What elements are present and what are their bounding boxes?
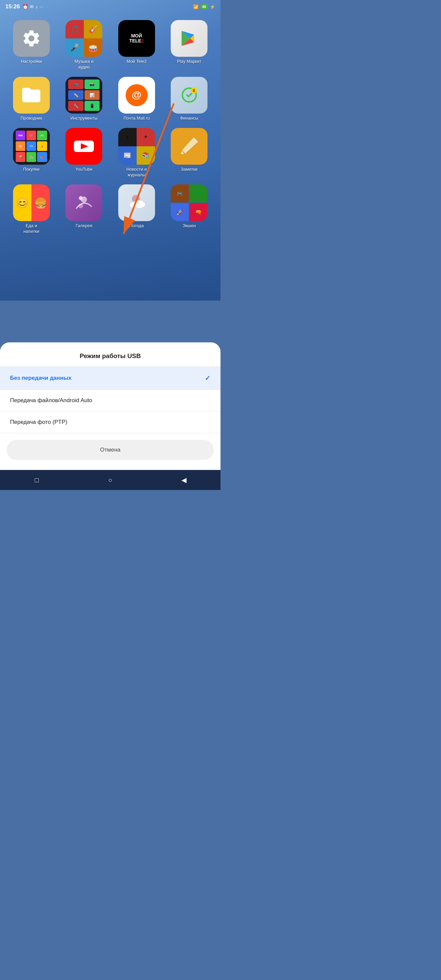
back-button[interactable]: ◀ [177,473,190,487]
tiktok-icon: ♪ [35,4,38,10]
alarm-icon: ⏰ [22,4,28,10]
files-icon [13,77,50,114]
news-label: Новости ижурналы [126,167,146,178]
news-icon: ♪ + 📰 📚 [118,128,155,165]
gallery-label: Галерея [75,223,92,229]
svg-text:$: $ [193,89,195,93]
app-youtube[interactable]: YouTube [59,128,109,178]
settings-icon [13,20,50,57]
tele2-icon: МОЙTELE2 [118,20,155,57]
more-icon: ··· [40,4,43,10]
app-notes[interactable]: Заметки [165,128,214,178]
notes-label: Заметки [181,167,197,172]
app-weather[interactable]: Погода [112,185,161,234]
shopping-icon: WB 🛒 AZ 🛍 OK 💰 📦 🏪 🎁 [13,128,50,165]
app-music[interactable]: 🎵 🎸 🎤 🥁 Музыка иаудио [59,20,109,70]
youtube-label: YouTube [75,167,92,172]
app-playmarket[interactable]: Play Маркет [165,20,214,70]
svg-point-14 [79,196,83,200]
app-gallery[interactable]: Галерея [59,185,109,234]
app-tele2[interactable]: МОЙTELE2 Мой Tele2 [112,20,161,70]
music-icon: 🎵 🎸 🎤 🥁 [65,20,102,57]
youtube-icon [65,128,102,165]
music-label: Музыка иаудио [75,59,94,70]
tele2-label: Мой Tele2 [127,59,146,64]
status-right: 📶 46 ⚡ [193,4,215,10]
mail-label: Почта Mail.ru [123,116,150,121]
app-settings[interactable]: Настройки [7,20,56,70]
status-time: 15:26 [5,3,20,10]
app-finance[interactable]: $ Финансы [165,77,214,121]
svg-point-17 [130,202,139,208]
weather-label: Погода [129,223,144,229]
shopping-label: Покупки [23,167,40,172]
tools-label: Инструменты [70,116,97,121]
playmarket-label: Play Маркет [177,59,201,64]
nav-bar: □ ○ ◀ [0,470,221,490]
message-icon: ✉ [30,4,34,10]
signal-icon: 📶 [193,4,199,10]
cancel-button[interactable]: Отмена [7,440,214,460]
files-label: Проводник [21,116,42,121]
status-icons: ⏰ ✉ ♪ ··· [22,4,43,10]
app-news[interactable]: ♪ + 📰 📚 Новости ижурналы [112,128,161,178]
bottom-sheet: Режим работы USB Без передачи данных ✓ П… [0,342,221,470]
action-label: Экшен [182,223,196,229]
finance-label: Финансы [180,116,199,121]
tools-icon: 📹 📸 ✏️ 📊 🔧 📱 [65,77,102,114]
sheet-title: Режим работы USB [0,352,221,367]
svg-text:@: @ [132,89,141,100]
gallery-icon [65,185,102,221]
food-icon: 😊 🍔 [13,185,50,221]
app-shopping[interactable]: WB 🛒 AZ 🛍 OK 💰 📦 🏪 🎁 Покупки [7,128,56,178]
app-grid: Настройки 🎵 🎸 🎤 🥁 Музыка иаудио МОЙTELE2… [0,17,221,238]
check-icon: ✓ [205,374,210,382]
option-photo-transfer-label: Передача фото (PTP) [10,419,67,426]
action-icon: 🎮 🌲 🚀 🔫 [171,185,207,221]
home-button[interactable]: ○ [103,473,117,487]
status-bar: 15:26 ⏰ ✉ ♪ ··· 📶 46 ⚡ [0,0,221,13]
weather-icon [118,185,155,221]
option-no-transfer-label: Без передачи данных [10,375,72,382]
app-tools[interactable]: 📹 📸 ✏️ 📊 🔧 📱 Инструменты [59,77,109,121]
settings-label: Настройки [21,59,42,64]
app-mail[interactable]: @ Почта Mail.ru [112,77,161,121]
app-action[interactable]: 🎮 🌲 🚀 🔫 Экшен [165,185,214,234]
playmarket-icon [171,20,207,57]
mail-icon: @ [118,77,155,114]
option-photo-transfer[interactable]: Передача фото (PTP) [0,412,221,433]
finance-icon: $ [171,77,207,114]
app-food[interactable]: 😊 🍔 Еда инапитки [7,185,56,234]
option-file-transfer-label: Передача файлов/Android Auto [10,397,92,404]
charging-icon: ⚡ [210,4,215,10]
food-label: Еда инапитки [23,223,40,234]
status-left: 15:26 ⏰ ✉ ♪ ··· [5,3,43,10]
option-file-transfer[interactable]: Передача файлов/Android Auto [0,390,221,412]
option-no-transfer[interactable]: Без передачи данных ✓ [0,367,221,390]
battery-badge: 46 [201,4,208,10]
recent-apps-button[interactable]: □ [30,473,43,487]
app-files[interactable]: Проводник [7,77,56,121]
notes-icon [171,128,207,165]
